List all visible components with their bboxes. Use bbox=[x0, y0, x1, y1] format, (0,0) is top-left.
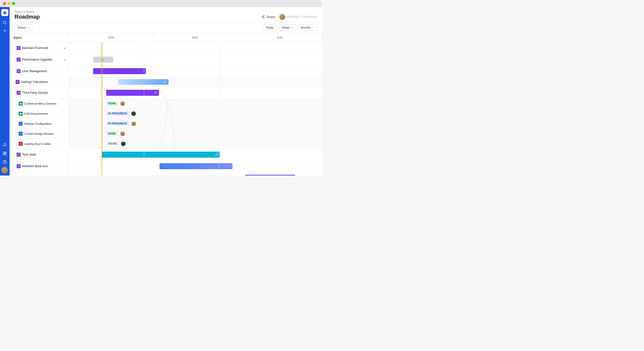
epic-name: NextGen Front-end bbox=[22, 46, 64, 50]
sidebar-help[interactable] bbox=[1, 158, 8, 165]
bar-user-management[interactable] bbox=[93, 68, 146, 74]
bar-third-party[interactable] bbox=[106, 90, 159, 96]
epics-header: Epics bbox=[10, 33, 69, 42]
bar-content-design[interactable] bbox=[245, 175, 295, 176]
status-filter-label: Status bbox=[17, 26, 26, 29]
timeline-row-user-management bbox=[69, 65, 322, 77]
svg-point-8 bbox=[262, 16, 263, 17]
svg-point-9 bbox=[264, 17, 265, 18]
epic-type-icon: ⚡ bbox=[17, 164, 21, 168]
status-loading-bug: TO DO bbox=[106, 141, 126, 146]
views-label: Views bbox=[282, 26, 290, 29]
status-badge-done: DONE bbox=[106, 102, 118, 105]
header-actions: Share UPDATED 2 DAYS AGO bbox=[261, 14, 317, 20]
check-icon: ✓ bbox=[64, 58, 67, 62]
epic-row-content-design[interactable]: ▢ Content Design Review bbox=[10, 129, 69, 139]
epic-name: Third Party Service bbox=[22, 91, 67, 95]
assignee-avatar-4 bbox=[120, 131, 125, 136]
assignee-avatar-1 bbox=[120, 101, 125, 106]
share-button[interactable]: Share bbox=[261, 15, 275, 19]
timeline-row-content-review: DONE bbox=[69, 129, 322, 139]
epic-row-nextgen-backend[interactable]: ⚡ NextGen Back-end bbox=[10, 160, 69, 172]
app-logo[interactable] bbox=[1, 9, 8, 16]
breadcrumb: Teams in Space bbox=[15, 10, 317, 13]
close-button[interactable] bbox=[3, 2, 6, 5]
epic-name: Tech Debt bbox=[22, 153, 67, 156]
epic-row-third-party[interactable]: ⚡ Third Party Service bbox=[10, 87, 69, 99]
epic-name: Savings Calculators bbox=[21, 80, 67, 84]
timeline-row-tech-debt bbox=[69, 149, 322, 160]
sidebar-notifications[interactable] bbox=[1, 141, 8, 148]
epic-name: Loading Bug In Safari bbox=[24, 142, 67, 145]
svg-rect-3 bbox=[5, 154, 6, 155]
epic-row-user-management[interactable]: ⚡ User Management bbox=[10, 65, 69, 77]
timeline-panel[interactable]: APR MAY JUN bbox=[69, 33, 322, 176]
today-button[interactable]: Today bbox=[262, 24, 277, 31]
timeline-rows: ✓ bbox=[69, 42, 322, 176]
status-filter-button[interactable]: Status bbox=[15, 24, 32, 31]
link-icon bbox=[215, 153, 218, 156]
month-apr: APR bbox=[69, 33, 153, 42]
sidebar-apps[interactable] bbox=[1, 150, 8, 157]
epic-type-icon: ▢ bbox=[19, 132, 23, 136]
assignee-avatar-2 bbox=[131, 111, 136, 116]
sidebar-search[interactable] bbox=[1, 19, 8, 26]
epic-row-content-design-main[interactable]: ⚡ Content Design bbox=[10, 172, 69, 176]
month-label-may: MAY bbox=[192, 36, 198, 39]
epic-type-icon: ● bbox=[19, 142, 23, 146]
epic-row-nextgen-frontend[interactable]: ⚡ NextGen Front-end ✓ bbox=[10, 42, 69, 54]
minimize-button[interactable] bbox=[8, 2, 11, 5]
today-line bbox=[102, 42, 102, 176]
timeline-row-content-design-main bbox=[69, 172, 322, 176]
timeline-row-nextgen-frontend bbox=[69, 42, 322, 54]
epic-name: GSA Requirements bbox=[24, 112, 67, 115]
check-icon: ✓ bbox=[64, 46, 67, 50]
bar-savings[interactable] bbox=[118, 79, 169, 85]
epic-type-icon: ⚡ bbox=[16, 80, 20, 84]
status-contextual: DONE bbox=[106, 101, 125, 106]
sidebar bbox=[0, 7, 10, 176]
timeline-row-savings bbox=[69, 77, 322, 87]
epic-row-settings[interactable]: ▢ Settings Configuration bbox=[10, 119, 69, 129]
epic-type-icon: ⚡ bbox=[17, 46, 21, 50]
timeline-row-contextual: DONE bbox=[69, 99, 322, 109]
bar-tech-debt[interactable] bbox=[102, 152, 220, 158]
link-icon bbox=[164, 80, 167, 83]
svg-line-11 bbox=[263, 16, 264, 17]
epic-name: Contextual Menu Sections bbox=[24, 102, 67, 105]
sidebar-create[interactable] bbox=[1, 27, 8, 34]
months-button[interactable]: Months bbox=[298, 24, 317, 31]
user-avatar[interactable] bbox=[2, 167, 8, 173]
epic-type-icon: ⚡ bbox=[17, 58, 21, 62]
month-divider-may-jun bbox=[219, 42, 219, 176]
bar-nextgen-backend[interactable] bbox=[159, 163, 232, 169]
svg-rect-1 bbox=[3, 152, 5, 153]
page-title: Roadmap bbox=[15, 14, 40, 20]
epic-row-contextual[interactable]: ▣ Contextual Menu Sections bbox=[10, 99, 69, 109]
epic-row-loading-bug[interactable]: ● Loading Bug In Safari bbox=[10, 139, 69, 149]
month-label-apr: APR bbox=[108, 36, 114, 39]
maximize-button[interactable] bbox=[12, 2, 15, 5]
month-divider-apr-may bbox=[144, 42, 144, 176]
gantt-container: Epics ⚡ NextGen Front-end ✓ ⚡ bbox=[10, 33, 322, 176]
status-badge-inprogress: IN PROGRESS bbox=[106, 112, 129, 115]
assignee-avatar-3 bbox=[131, 121, 136, 126]
epic-row-gsa[interactable]: ▣ GSA Requirements bbox=[10, 109, 69, 119]
epic-row-savings[interactable]: ⚡ Savings Calculators bbox=[10, 77, 69, 87]
timeline-row-loading-bug: TO DO bbox=[69, 139, 322, 149]
main-content: Teams in Space Roadmap Share UPDATED 2 D… bbox=[10, 7, 322, 176]
sidebar-bottom bbox=[1, 141, 8, 173]
chevron-down-icon bbox=[27, 26, 29, 29]
epic-type-icon: ▢ bbox=[19, 122, 23, 126]
month-jun: JUN bbox=[238, 33, 322, 42]
epic-name: User Management bbox=[22, 69, 67, 73]
timeline-row-performance: ✓ bbox=[69, 54, 322, 65]
epic-row-performance[interactable]: ⚡ Performance Upgrade ✓ bbox=[10, 54, 69, 65]
epic-row-tech-debt[interactable]: ⚡ Tech Debt bbox=[10, 149, 69, 160]
timeline-row-settings: IN PROGRESS bbox=[69, 119, 322, 129]
views-button[interactable]: Views bbox=[279, 24, 296, 31]
status-settings: IN PROGRESS bbox=[106, 121, 136, 126]
bar-performance[interactable]: ✓ bbox=[93, 57, 113, 63]
updated-label: UPDATED 2 DAYS AGO bbox=[287, 15, 317, 18]
expand-icon bbox=[12, 164, 16, 168]
